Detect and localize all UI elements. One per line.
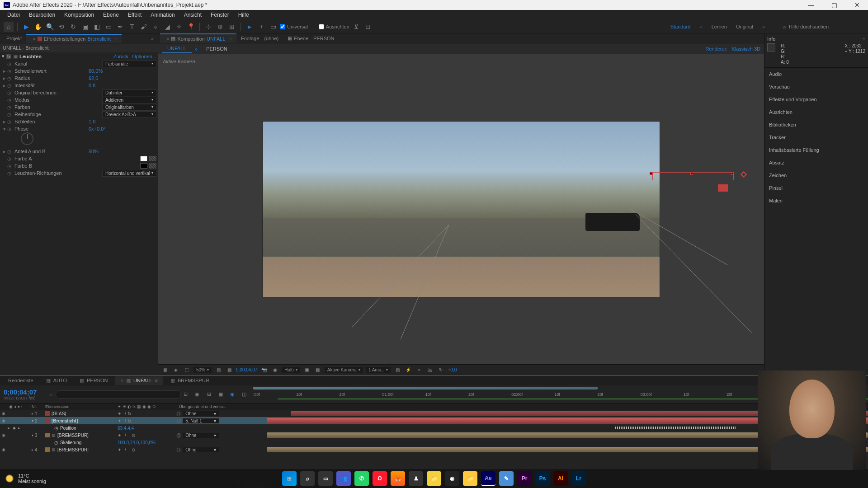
selection-bounds[interactable] — [652, 172, 734, 180]
app-icon[interactable]: ♟ — [409, 471, 423, 486]
minimize-button[interactable]: — — [803, 1, 819, 9]
play-icon[interactable]: ▸ — [245, 22, 255, 32]
exposure-value[interactable]: +0,0 — [448, 367, 457, 372]
timeline-search-input[interactable] — [56, 390, 181, 399]
effect-options-link[interactable]: Optionen... — [132, 54, 156, 59]
stopwatch-icon[interactable]: ◷ — [54, 440, 58, 445]
timeline-icon[interactable]: ≡ — [415, 366, 423, 374]
farben-dropdown[interactable]: Originalfarben — [102, 104, 156, 111]
subtab-unfall[interactable]: UNFALL — [162, 44, 192, 53]
layer-color-icon[interactable] — [45, 433, 50, 437]
effect-toggle-icon[interactable]: ▣ — [13, 53, 18, 59]
zoom-tool-icon[interactable]: 🔍 — [45, 22, 55, 32]
weather-widget[interactable]: 11°C Meist sonnig — [5, 473, 46, 484]
3d-icon[interactable]: ⬚ — [183, 366, 191, 374]
eye-icon[interactable]: ◉ — [2, 447, 6, 452]
stopwatch-icon[interactable]: ◷ — [7, 127, 14, 131]
pixel-aspect-icon[interactable]: ▤ — [393, 366, 401, 374]
layer-property-row[interactable]: ◂◆▸ ◷Position 63,4,4,4 — [0, 424, 868, 432]
tab-projekt[interactable]: Projekt — [2, 34, 26, 42]
panel-audio[interactable]: Audio — [764, 68, 868, 80]
ausrichten-check[interactable]: Ausrichten — [319, 24, 349, 29]
reihenfolge-dropdown[interactable]: Dreieck A>B>A — [102, 111, 156, 118]
show-snapshot-icon[interactable]: ◉ — [271, 366, 279, 374]
eye-icon[interactable]: ◉ — [2, 433, 6, 437]
panel-ausrichten[interactable]: Ausrichten — [764, 106, 868, 118]
aftereffects-icon[interactable]: Ae — [481, 471, 495, 486]
eraser-tool-icon[interactable]: ◢ — [162, 22, 172, 32]
farbeB-swatch[interactable] — [140, 163, 147, 169]
camera-tool-icon[interactable]: ▣ — [80, 22, 90, 32]
orbit-tool-icon[interactable]: ⟲ — [57, 22, 66, 32]
pan-behind-icon[interactable]: ◧ — [92, 22, 102, 32]
farbeA-swatch[interactable] — [140, 156, 147, 161]
obs-icon[interactable]: ◉ — [445, 471, 459, 486]
home-icon[interactable]: ⌂ — [4, 22, 14, 32]
help-search[interactable]: ⌕ Hilfe durchsuchen — [783, 24, 864, 29]
reset-exposure-icon[interactable]: ↻ — [437, 366, 445, 374]
app-icon[interactable]: 📁 — [427, 471, 441, 486]
photoshop-icon[interactable]: Ps — [535, 471, 550, 486]
original-dropdown[interactable]: Dahinter — [102, 89, 156, 96]
menu-animation[interactable]: Animation — [147, 11, 178, 19]
anteil-value[interactable]: 50% — [89, 149, 156, 154]
snap-icon[interactable]: ⊻ — [351, 22, 361, 32]
workspace-standard[interactable]: Standard — [670, 24, 691, 29]
tl-tab-unfall[interactable]: ×▦UNFALL≡ — [115, 376, 163, 385]
stopwatch-icon[interactable]: ◷ — [7, 83, 14, 88]
menu-komposition[interactable]: Komposition — [61, 11, 98, 19]
parent-dropdown[interactable]: Ohne▾ — [183, 447, 219, 452]
modus-dropdown[interactable]: Addieren — [102, 97, 156, 103]
comp-flowchart-icon[interactable]: ⊡ — [181, 390, 190, 399]
fx-badge-icon[interactable]: fx — [6, 54, 11, 59]
type-tool-icon[interactable]: T — [127, 22, 137, 32]
layer-color-icon[interactable] — [45, 418, 50, 423]
channel-icon[interactable]: ▤ — [214, 366, 222, 374]
layer-color-icon[interactable] — [45, 447, 50, 452]
tl-tab-auto[interactable]: ▦AUTO — [41, 376, 72, 385]
premiere-icon[interactable]: Pr — [517, 471, 532, 486]
hand-tool-icon[interactable]: ✋ — [33, 22, 43, 32]
puppet-tool-icon[interactable]: 📍 — [186, 22, 196, 32]
stopwatch-icon[interactable]: ◷ — [7, 149, 14, 154]
universal-check[interactable]: Universal — [280, 24, 308, 29]
graph-editor-icon[interactable]: ◫ — [240, 390, 249, 399]
flowchart-icon[interactable]: 品 — [426, 366, 434, 374]
search-taskbar-icon[interactable]: ⌕ — [300, 471, 315, 486]
tl-tab-bremsspur[interactable]: ▦BREMSSPUR — [165, 376, 215, 385]
keyframes[interactable] — [615, 427, 736, 429]
start-icon[interactable]: ⊞ — [282, 471, 297, 486]
teams-icon[interactable]: 👥 — [336, 471, 351, 486]
rotate-tool-icon[interactable]: ↻ — [68, 22, 78, 32]
menu-fenster[interactable]: Fenster — [207, 11, 233, 19]
panel-menu-icon[interactable]: ≡ — [863, 36, 865, 42]
firefox-icon[interactable]: 🦊 — [391, 471, 405, 486]
stopwatch-icon[interactable]: ◷ — [7, 156, 14, 161]
panel-effekte[interactable]: Effekte und Vorgaben — [764, 93, 868, 106]
panel-inhalt[interactable]: Inhaltsbasierte Füllung — [764, 144, 868, 156]
rect-icon[interactable]: ▭ — [268, 22, 278, 32]
menu-hilfe[interactable]: Hilfe — [235, 11, 253, 19]
panel-overflow-icon[interactable]: » — [148, 36, 156, 41]
workspace-more-icon[interactable]: » — [762, 24, 765, 29]
views-dropdown[interactable]: 1 Ansi... — [366, 367, 391, 373]
panel-zeichen[interactable]: Zeichen — [764, 169, 868, 182]
back-icon[interactable]: ‹ — [195, 45, 198, 52]
viewer-timecode[interactable]: 0;00;04;07 — [236, 367, 257, 372]
camera-dropdown[interactable]: Aktive Kamera — [325, 367, 363, 373]
tab-footage[interactable]: Footage (ohne) — [236, 34, 283, 42]
layer-row[interactable]: ◉ ▸1 [GLAS] ✦/fx @Ohne▾ — [0, 410, 868, 417]
res-icon[interactable]: ▦ — [225, 366, 233, 374]
motion-blur-icon[interactable]: ◉ — [228, 390, 237, 399]
panel-malen[interactable]: Malen — [764, 194, 868, 207]
add-icon[interactable]: + — [256, 22, 266, 32]
taskview-icon[interactable]: ▭ — [318, 471, 333, 486]
intensitaet-value[interactable]: 0,8 — [89, 83, 156, 88]
selection-tool-icon[interactable]: ▶ — [21, 22, 31, 32]
panel-vorschau[interactable]: Vorschau — [764, 80, 868, 93]
brush-tool-icon[interactable]: 🖌 — [139, 22, 149, 32]
stopwatch-icon[interactable]: ◷ — [7, 164, 14, 169]
transparency-icon[interactable]: ▦ — [314, 366, 322, 374]
stopwatch-icon[interactable]: ◷ — [7, 105, 14, 110]
draft3d-icon[interactable]: ◉ — [193, 390, 202, 399]
